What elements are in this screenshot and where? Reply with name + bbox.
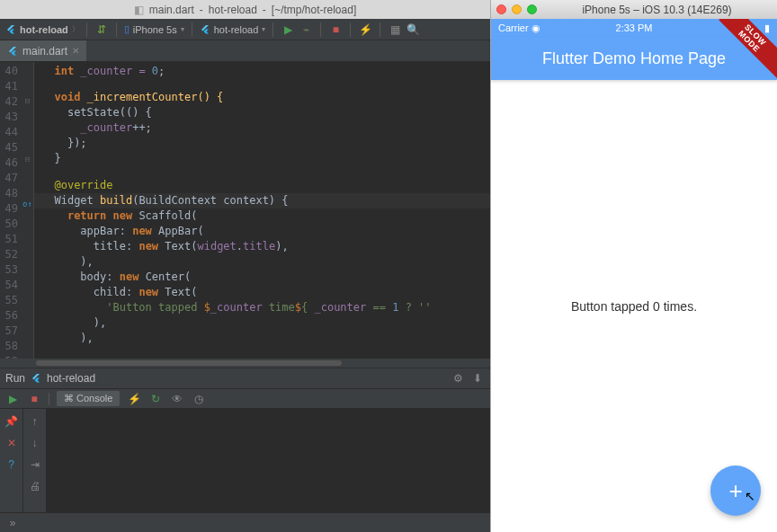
- line-number-gutter: 4041424344454647484950515253545556575859: [0, 62, 22, 359]
- run-tab-label[interactable]: Run: [5, 372, 25, 385]
- layout-button[interactable]: ▦: [388, 22, 402, 37]
- stop-console-button[interactable]: ■: [27, 392, 41, 406]
- gear-icon[interactable]: ⚙: [451, 371, 465, 386]
- fold-icon[interactable]: ⊟: [25, 93, 30, 109]
- run-config-selector[interactable]: hot-reload ▾: [200, 24, 266, 35]
- print-icon[interactable]: 🖨: [28, 479, 42, 493]
- hot-reload-button[interactable]: ⚡: [358, 22, 372, 37]
- ide-toolbar: hot-reload 〉 ⇵ ▯ iPhone 5s ▾ hot-reload …: [0, 19, 490, 40]
- more-icon[interactable]: »: [5, 516, 20, 530]
- search-button[interactable]: 🔍: [406, 22, 420, 37]
- zoom-window-button[interactable]: [527, 4, 537, 14]
- wrap-icon[interactable]: ⇥: [28, 457, 42, 472]
- device-selector[interactable]: ▯ iPhone 5s ▾: [124, 23, 184, 35]
- title-project: hot-reload: [209, 4, 257, 16]
- app-bar-title: Flutter Demo Home Page: [542, 49, 726, 68]
- flutter-icon: [31, 373, 41, 384]
- override-icon: o↑: [22, 197, 32, 212]
- terminal-icon: ⌘: [64, 393, 74, 403]
- bottom-bar: »: [0, 512, 490, 532]
- reload-button[interactable]: ↻: [148, 392, 163, 406]
- status-time: 2:33 PM: [616, 22, 653, 33]
- project-selector[interactable]: hot-reload 〉: [5, 24, 79, 35]
- eye-icon[interactable]: 👁: [170, 392, 184, 406]
- up-icon[interactable]: ↑: [28, 414, 42, 429]
- wifi-icon: ◉: [531, 22, 540, 33]
- ide-titlebar: ◧ main.dart - hot-reload - [~/tmp/hot-re…: [0, 0, 490, 19]
- console-output[interactable]: [47, 409, 490, 512]
- traffic-lights: [496, 4, 537, 14]
- file-icon: ◧: [134, 4, 144, 16]
- timer-icon[interactable]: ◷: [192, 392, 206, 406]
- caret-down-icon: ▾: [181, 25, 184, 33]
- flutter-icon: [7, 46, 18, 57]
- close-tab-icon[interactable]: ✕: [72, 46, 79, 56]
- flutter-app-bar: Flutter Demo Home Page: [491, 37, 777, 80]
- body-text: Button tapped 0 times.: [571, 299, 697, 314]
- close-window-button[interactable]: [496, 4, 506, 14]
- fold-gutter: ⊟⊟o↑: [22, 62, 34, 359]
- sim-title: iPhone 5s – iOS 10.3 (14E269): [542, 4, 772, 16]
- restart-button[interactable]: ▶: [5, 392, 20, 406]
- title-path: [~/tmp/hot-reload]: [272, 4, 356, 16]
- hot-reload-console[interactable]: ⚡: [127, 392, 141, 406]
- ide-window: ◧ main.dart - hot-reload - [~/tmp/hot-re…: [0, 0, 490, 532]
- plus-icon: +: [728, 477, 742, 505]
- simulator-window: iPhone 5s – iOS 10.3 (14E269) Carrier ◉ …: [490, 0, 777, 532]
- pin-icon[interactable]: 📌: [4, 414, 19, 429]
- help-icon[interactable]: ?: [4, 457, 19, 472]
- run-button[interactable]: ▶: [281, 22, 295, 37]
- sim-screen: Carrier ◉ 2:33 PM ▮ SLOW MODE Flutter De…: [491, 19, 777, 532]
- caret-down-icon: ▾: [262, 25, 265, 33]
- close-icon[interactable]: ✕: [4, 436, 19, 450]
- stop-button[interactable]: ■: [328, 22, 343, 37]
- console-left-gutter-2: ↑ ↓ ⇥ 🖨: [23, 409, 47, 512]
- console-area: 📌 ✕ ? ↑ ↓ ⇥ 🖨: [0, 409, 490, 512]
- download-icon[interactable]: ⬇: [470, 371, 485, 386]
- battery-icon: ▮: [764, 22, 770, 34]
- flutter-icon: [200, 24, 210, 35]
- file-tab-main[interactable]: main.dart ✕: [0, 40, 86, 61]
- chevron-right-icon: 〉: [72, 24, 79, 34]
- run-config-label: hot-reload: [47, 372, 95, 385]
- flutter-icon: [5, 24, 16, 35]
- file-tab-bar: main.dart ✕: [0, 40, 490, 62]
- fold-end-icon[interactable]: ⊟: [25, 152, 30, 167]
- console-left-gutter: 📌 ✕ ?: [0, 409, 23, 512]
- run-panel-header: Run hot-reload ⚙ ⬇: [0, 368, 490, 389]
- debug-button[interactable]: ⌁: [299, 22, 313, 37]
- down-icon[interactable]: ↓: [28, 436, 42, 450]
- status-carrier: Carrier ◉: [498, 22, 540, 34]
- floating-action-button[interactable]: +: [710, 466, 761, 516]
- h-scrollbar[interactable]: [0, 359, 490, 368]
- console-tab[interactable]: ⌘ Console: [57, 391, 120, 406]
- code-lines: int _counter = 0; void _incrementCounter…: [34, 62, 490, 359]
- title-filename: main.dart: [149, 4, 194, 16]
- sync-button[interactable]: ⇵: [94, 22, 109, 37]
- app-body: Button tapped 0 times.: [491, 80, 777, 532]
- code-editor[interactable]: 4041424344454647484950515253545556575859…: [0, 62, 490, 359]
- phone-icon: ▯: [124, 23, 130, 35]
- sim-titlebar: iPhone 5s – iOS 10.3 (14E269): [491, 0, 777, 19]
- ios-status-bar: Carrier ◉ 2:33 PM ▮: [491, 19, 777, 37]
- console-toolbar: ▶ ■ ⌘ Console ⚡ ↻ 👁 ◷: [0, 389, 490, 409]
- minimize-window-button[interactable]: [512, 4, 522, 14]
